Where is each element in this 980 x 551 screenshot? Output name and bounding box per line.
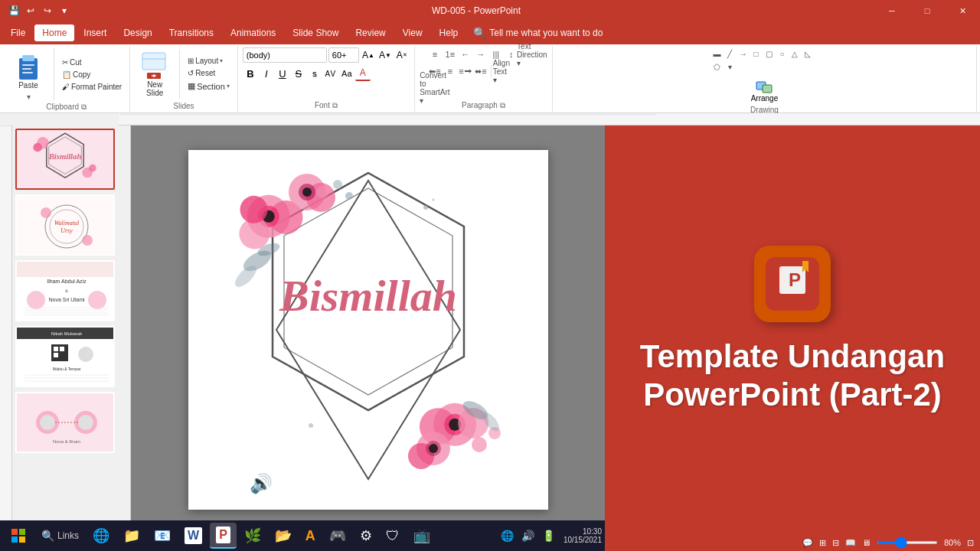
layout-button[interactable]: ⊞Layout▾ (185, 56, 233, 66)
svg-point-74 (316, 186, 328, 198)
ellipse-shape[interactable]: ○ (776, 47, 788, 60)
font-color-button[interactable]: A (355, 66, 371, 81)
rect-outline-shape[interactable]: □ (750, 47, 762, 60)
slide-thumb-3[interactable]: 3 ★ Ilham Abdul Aziz & Nova Sri Utami (15, 260, 127, 321)
slide-thumb-1[interactable]: 1 ★ Bismillah (15, 129, 127, 190)
taskbar-word[interactable]: W (178, 523, 208, 549)
slide-thumb-4[interactable]: 4 ★ Nikah Mubarak Waktu & Tempat (15, 326, 127, 387)
increase-font-size-button[interactable]: A▲ (361, 47, 376, 63)
strikethrough-button[interactable]: S (291, 66, 306, 81)
comment-icon[interactable]: 💬 (802, 538, 813, 548)
menu-review[interactable]: Review (348, 24, 393, 41)
menu-home[interactable]: Home (34, 24, 74, 41)
svg-text:Waktu & Tempat: Waktu & Tempat (53, 367, 81, 371)
copy-button[interactable]: 📋Copy (59, 70, 125, 80)
pentagon-shape[interactable]: ⬠ (710, 60, 723, 73)
slides-group: NewSlide ⊞Layout▾ ↺Reset ▦Section▾ Slide… (130, 46, 238, 112)
svg-point-58 (78, 415, 93, 430)
sound-icon[interactable]: 🔊 (250, 473, 273, 494)
redo-icon[interactable]: ↪ (40, 3, 55, 18)
svg-point-73 (302, 187, 312, 197)
menu-animations[interactable]: Animations (223, 24, 283, 41)
triangle-shape[interactable]: △ (789, 47, 801, 60)
taskbar-search[interactable]: 🔍 Links (35, 523, 85, 549)
bold-button[interactable]: B (243, 66, 258, 81)
bullets-button[interactable]: ≡ (428, 47, 442, 61)
decrease-font-size-button[interactable]: A▼ (377, 47, 393, 63)
shadow-button[interactable]: s (307, 66, 322, 81)
menu-help[interactable]: Help (432, 24, 466, 41)
paste-dropdown-icon[interactable]: ▾ (27, 93, 31, 101)
arrow-shape[interactable]: → (737, 47, 749, 60)
italic-button[interactable]: I (259, 66, 274, 81)
fit-slide-icon[interactable]: ⊡ (967, 538, 974, 548)
customize-quick-access-icon[interactable]: ▾ (57, 3, 72, 18)
align-right-button[interactable]: ≡⮕ (459, 64, 472, 78)
menu-insert[interactable]: Insert (76, 24, 114, 41)
menu-slideshow[interactable]: Slide Show (285, 24, 346, 41)
view-slide-sorter-icon[interactable]: ⊟ (832, 538, 839, 548)
menu-view[interactable]: View (395, 24, 430, 41)
decrease-indent-button[interactable]: ← (459, 47, 472, 61)
shapes-more[interactable]: ▾ (724, 60, 736, 73)
taskbar-folder[interactable]: 📁 (117, 523, 146, 549)
save-icon[interactable]: 💾 (6, 3, 21, 18)
line-shape[interactable]: ╱ (724, 47, 736, 60)
taskbar-email[interactable]: 📧 (148, 523, 177, 549)
rounded-rect-shape[interactable]: ▢ (763, 47, 775, 60)
canvas-area[interactable]: Bismillah (131, 126, 605, 534)
taskbar-shield[interactable]: 🛡 (380, 523, 406, 549)
text-direction-button[interactable]: Text Direction ▾ (525, 47, 539, 61)
right-triangle-shape[interactable]: ◺ (802, 47, 814, 60)
font-size-selector[interactable] (328, 47, 359, 63)
battery-icon[interactable]: 🔋 (540, 530, 557, 542)
undo-icon[interactable]: ↩ (23, 3, 38, 18)
maximize-button[interactable]: □ (910, 0, 945, 21)
numbering-button[interactable]: 1≡ (443, 47, 457, 61)
convert-smartart-button[interactable]: Convert to SmartArt ▾ (428, 81, 442, 95)
rectangle-shape[interactable]: ▬ (710, 47, 723, 60)
svg-text:&: & (65, 289, 68, 293)
menu-design[interactable]: Design (116, 24, 159, 41)
reset-button[interactable]: ↺Reset (185, 68, 233, 78)
taskbar-game[interactable]: 🎮 (323, 523, 352, 549)
zoom-slider[interactable] (877, 541, 938, 544)
cut-button[interactable]: ✂Cut (59, 57, 125, 67)
menu-transitions[interactable]: Transitions (162, 24, 221, 41)
view-reading-icon[interactable]: 📖 (845, 538, 856, 548)
section-button[interactable]: ▦Section▾ (185, 80, 233, 92)
paragraph-expand-icon[interactable]: ⧉ (500, 101, 505, 109)
increase-indent-button[interactable]: → (474, 47, 488, 61)
slide-thumb-5[interactable]: 5 ★ Nova & Ilham (15, 392, 127, 453)
taskbar-tv[interactable]: 📺 (407, 523, 436, 549)
volume-icon[interactable]: 🔊 (519, 530, 537, 542)
underline-button[interactable]: U (275, 66, 290, 81)
taskbar-browser2[interactable]: 🌿 (238, 523, 267, 549)
font-family-selector[interactable] (243, 47, 327, 63)
taskbar-tool[interactable]: ⚙ (354, 523, 378, 549)
taskbar-app-a[interactable]: A (299, 523, 322, 549)
minimize-button[interactable]: ─ (874, 0, 910, 21)
format-painter-button[interactable]: 🖌Format Painter (59, 82, 125, 92)
menu-file[interactable]: File (3, 24, 33, 41)
slide-thumb-2[interactable]: 2 ★ Walimatul Ursy (15, 194, 127, 256)
new-slide-button[interactable]: NewSlide (135, 50, 175, 99)
start-button[interactable] (3, 523, 34, 549)
font-expand-icon[interactable]: ⧉ (332, 101, 338, 109)
arrange-button[interactable]: Arrange (746, 77, 783, 104)
taskbar-powerpoint[interactable]: P (210, 523, 237, 549)
align-text-button[interactable]: Align Text ▾ (495, 64, 508, 78)
clipboard-expand-icon[interactable]: ⧉ (81, 103, 87, 111)
network-icon[interactable]: 🌐 (498, 530, 516, 542)
paste-button[interactable]: Paste (8, 47, 49, 93)
close-button[interactable]: ✕ (945, 0, 980, 21)
change-case-button[interactable]: Aa (339, 66, 354, 81)
svg-rect-31 (17, 262, 115, 277)
taskbar-files[interactable]: 📂 (269, 523, 298, 549)
char-spacing-button[interactable]: AV (323, 66, 338, 81)
taskbar-browser[interactable]: 🌐 (87, 523, 116, 549)
justify-button[interactable]: ⬌≡ (474, 64, 488, 78)
view-normal-icon[interactable]: ⊞ (819, 538, 826, 548)
clear-formatting-button[interactable]: A✕ (394, 47, 410, 63)
view-presenter-icon[interactable]: 🖥 (862, 538, 871, 547)
